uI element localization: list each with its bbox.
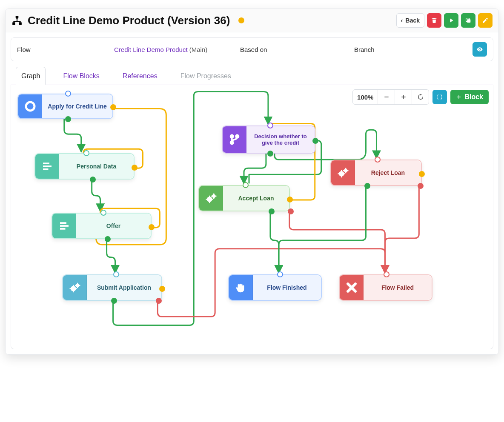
trash-icon <box>431 17 438 24</box>
svg-rect-0 <box>16 16 19 19</box>
back-label: Back <box>406 17 420 24</box>
node-submit-label: Submit Application <box>87 275 161 300</box>
plus-icon <box>456 94 462 100</box>
chevron-left-icon: ‹ <box>401 17 403 24</box>
port-out-success[interactable] <box>90 177 96 182</box>
svg-rect-12 <box>43 163 49 164</box>
header-left: Credit Line Demo Product (Version 36) <box>11 14 244 27</box>
port-out-success[interactable] <box>269 208 275 214</box>
svg-rect-16 <box>60 225 69 227</box>
port-side-amber[interactable] <box>149 224 155 230</box>
copy-button[interactable] <box>461 13 475 28</box>
node-apply[interactable]: Apply for Credit Line <box>17 94 113 119</box>
zoom-level: 100% <box>353 90 378 104</box>
port-in[interactable] <box>100 210 106 216</box>
port-in[interactable] <box>267 123 273 128</box>
node-failed[interactable]: Flow Failed <box>339 274 432 301</box>
port-side-amber[interactable] <box>110 104 116 110</box>
port-in[interactable] <box>277 271 283 277</box>
tab-references[interactable]: References <box>117 67 163 85</box>
zoom-in-button[interactable] <box>395 90 412 104</box>
port-out-success[interactable] <box>111 298 117 304</box>
port-in[interactable] <box>83 150 89 156</box>
port-out-fail[interactable] <box>288 208 294 214</box>
svg-point-11 <box>26 102 34 111</box>
header-bar: Credit Line Demo Product (Version 36) ‹ … <box>6 9 498 32</box>
node-decision-label: Decision whether to give the credit <box>246 126 315 153</box>
add-block-button[interactable]: Block <box>450 90 489 104</box>
port-side-amber[interactable] <box>132 165 137 171</box>
info-branch-label: Branch <box>354 46 375 53</box>
info-basedon-label: Based on <box>240 46 334 53</box>
node-finished[interactable]: Flow Finished <box>228 274 322 301</box>
svg-rect-3 <box>467 19 470 23</box>
svg-rect-8 <box>403 95 404 99</box>
form-icon <box>52 214 76 238</box>
fullscreen-button[interactable] <box>432 90 447 104</box>
port-in[interactable] <box>375 157 381 163</box>
play-icon <box>448 17 455 24</box>
port-out-fail[interactable] <box>418 183 424 189</box>
port-out-success[interactable] <box>364 183 370 189</box>
svg-rect-14 <box>43 168 49 170</box>
gears-icon <box>331 160 355 185</box>
add-block-label: Block <box>464 93 483 101</box>
node-submit[interactable]: Submit Application <box>62 274 162 301</box>
node-finished-label: Flow Finished <box>253 275 321 300</box>
port-out-success[interactable] <box>267 151 273 157</box>
port-side-green[interactable] <box>312 138 318 144</box>
eye-icon <box>476 46 483 53</box>
edit-button[interactable] <box>478 13 493 28</box>
tabs: Graph Flow Blocks References Flow Progre… <box>11 66 493 85</box>
reset-view-button[interactable] <box>412 90 429 104</box>
flow-suffix: (Main) <box>189 46 208 53</box>
port-side-amber[interactable] <box>159 286 165 292</box>
svg-rect-6 <box>384 97 388 97</box>
info-row: Flow Credit Line Demo Product (Main) Bas… <box>11 37 493 61</box>
port-in[interactable] <box>113 271 119 277</box>
port-out-fail[interactable] <box>156 298 162 304</box>
node-offer-label: Offer <box>76 214 151 238</box>
form-icon <box>35 154 59 179</box>
canvas-toolbar: 100% Block <box>352 89 489 105</box>
node-personal-label: Personal Data <box>59 154 134 179</box>
flow-canvas[interactable]: 100% Block <box>11 85 493 349</box>
port-side-amber[interactable] <box>419 171 425 177</box>
node-personal[interactable]: Personal Data <box>34 153 135 180</box>
x-icon <box>340 275 364 300</box>
port-in[interactable] <box>65 91 71 97</box>
port-out-success[interactable] <box>105 236 111 242</box>
edit-icon <box>482 17 489 24</box>
run-button[interactable] <box>444 13 458 28</box>
node-accept[interactable]: Accept Loan <box>198 185 290 211</box>
tab-flow-progresses[interactable]: Flow Progresses <box>175 67 237 85</box>
hand-icon <box>229 275 253 300</box>
tab-graph[interactable]: Graph <box>16 67 46 85</box>
preview-button[interactable] <box>472 42 487 57</box>
node-offer[interactable]: Offer <box>52 213 152 239</box>
start-icon <box>18 94 42 118</box>
node-decision[interactable]: Decision whether to give the credit <box>222 125 315 154</box>
port-side-amber[interactable] <box>287 197 293 202</box>
svg-rect-17 <box>60 228 66 230</box>
zoom-group: 100% <box>352 89 429 105</box>
zoom-out-button[interactable] <box>378 90 395 104</box>
svg-rect-10 <box>459 95 459 99</box>
port-in[interactable] <box>384 271 389 277</box>
svg-rect-2 <box>19 22 22 25</box>
node-reject[interactable]: Reject Loan <box>330 160 422 186</box>
canvas-wrap: 100% Block <box>11 85 493 349</box>
info-flow-value: Credit Line Demo Product (Main) <box>114 46 237 53</box>
app-window: Credit Line Demo Product (Version 36) ‹ … <box>5 9 499 355</box>
flow-link[interactable]: Credit Line Demo Product <box>114 46 188 53</box>
tab-flow-blocks[interactable]: Flow Blocks <box>57 67 105 85</box>
port-in[interactable] <box>243 182 249 188</box>
node-apply-label: Apply for Credit Line <box>42 94 112 118</box>
delete-button[interactable] <box>427 13 441 28</box>
back-button[interactable]: ‹ Back <box>396 13 424 28</box>
port-out-success[interactable] <box>65 116 71 122</box>
svg-point-5 <box>479 49 481 50</box>
status-dot-pending <box>238 17 244 23</box>
gears-icon <box>199 186 223 211</box>
info-flow-label: Flow <box>17 46 111 53</box>
